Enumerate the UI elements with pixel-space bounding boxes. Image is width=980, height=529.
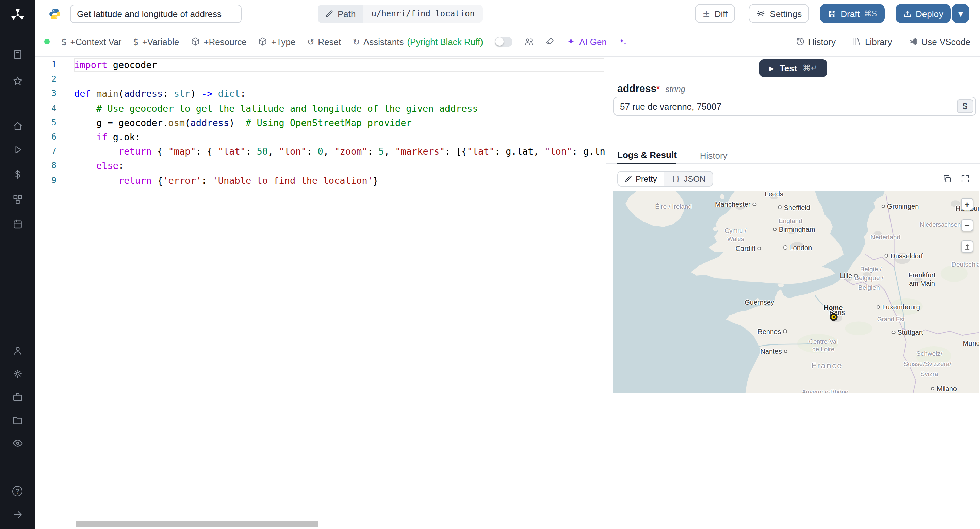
code-line[interactable]: 2 xyxy=(35,72,606,86)
sidebar: ? xyxy=(0,0,35,529)
play-icon[interactable] xyxy=(0,144,35,155)
add-resource-button[interactable]: +Resource xyxy=(191,37,247,47)
draft-button[interactable]: Draft ⌘S xyxy=(820,4,885,23)
horizontal-scrollbar[interactable] xyxy=(76,521,318,527)
tab-logs-result[interactable]: Logs & Result xyxy=(617,147,677,164)
marker-home-label: Home xyxy=(824,304,843,311)
gear-icon[interactable] xyxy=(0,368,35,379)
windmill-logo-icon[interactable] xyxy=(0,8,35,22)
use-vscode-button[interactable]: Use VScode xyxy=(908,37,970,47)
path-chip: Path xyxy=(318,5,363,23)
map-label: Birmingham xyxy=(773,226,815,233)
calendar-icon[interactable] xyxy=(0,218,35,229)
result-map[interactable]: LeedsÉire / IrelandManchesterSheffieldGr… xyxy=(613,191,978,393)
ai-gen-button[interactable]: AI Gen xyxy=(566,37,607,47)
settings-button[interactable]: Settings xyxy=(749,4,809,23)
boxes-icon[interactable] xyxy=(0,194,35,205)
collapse-arrow-icon[interactable] xyxy=(0,509,35,520)
diff-button[interactable]: ± Diff xyxy=(695,4,735,23)
diff-icon: ± xyxy=(702,9,710,18)
sync-status-dot xyxy=(44,39,50,44)
code-line[interactable]: 1import geocoder xyxy=(35,58,606,72)
zoom-out-button[interactable]: − xyxy=(961,219,973,231)
briefcase-icon[interactable] xyxy=(0,392,35,402)
code-lines: 1import geocoder23def main(address: str)… xyxy=(35,57,606,188)
code-line[interactable]: 8 else: xyxy=(35,159,606,173)
format-brush-icon[interactable] xyxy=(545,37,555,46)
map-label: Luxembourg xyxy=(877,303,920,311)
map-label: Nantes xyxy=(760,348,788,355)
star-icon[interactable] xyxy=(0,76,35,86)
deploy-split-button: Deploy ▾ xyxy=(895,4,969,23)
map-controls: + − xyxy=(961,198,973,253)
map-label: München xyxy=(963,340,978,347)
map-label: de Loire xyxy=(812,346,834,353)
user-icon[interactable] xyxy=(0,345,35,356)
sparkles-icon[interactable] xyxy=(618,37,628,46)
map-label: am Main xyxy=(909,279,935,287)
code-line[interactable]: 3def main(address: str) -> dict: xyxy=(35,87,606,101)
tab-history[interactable]: History xyxy=(700,147,727,164)
pretty-toggle[interactable]: Pretty xyxy=(618,172,665,186)
zoom-in-button[interactable]: + xyxy=(961,198,973,210)
map-label: Stuttgart xyxy=(891,328,923,336)
arg-label: address* string xyxy=(617,82,685,94)
app: ? Path u/henri/find_location ± Diff xyxy=(0,0,980,529)
deploy-more-button[interactable]: ▾ xyxy=(952,4,969,23)
help-icon[interactable]: ? xyxy=(0,486,35,496)
add-variable-button[interactable]: $ +Variable xyxy=(133,37,179,47)
code-editor[interactable]: 1import geocoder23def main(address: str)… xyxy=(35,57,606,529)
topbar: Path u/henri/find_location ± Diff Settin… xyxy=(35,0,980,27)
code-line[interactable]: 7 return { "map": { "lat": 50, "lon": 0,… xyxy=(35,144,606,159)
folder-icon[interactable] xyxy=(0,414,35,425)
map-label: Leeds xyxy=(765,191,783,198)
multiplayer-users-icon[interactable] xyxy=(524,37,533,46)
play-icon: ▶ xyxy=(769,64,774,72)
book-icon[interactable] xyxy=(0,49,35,60)
test-shortcut: ⌘↵ xyxy=(802,63,817,73)
add-type-button[interactable]: +Type xyxy=(258,37,296,47)
reset-button[interactable]: ↺ Reset xyxy=(307,37,341,47)
map-label: Niedersachsen xyxy=(920,221,961,228)
run-panel: ▶ Test ⌘↵ address* string $ Logs & Resul… xyxy=(606,57,980,529)
path-value: u/henri/find_location xyxy=(363,9,483,18)
add-context-var-button[interactable]: $ +Context Var xyxy=(61,37,121,47)
code-line[interactable]: 6 if g.ok: xyxy=(35,130,606,144)
code-line[interactable]: 5 g = geocoder.osm(address) # Using Open… xyxy=(35,116,606,130)
script-title-input[interactable] xyxy=(70,5,242,23)
map-label: Nederland xyxy=(870,233,900,240)
home-icon[interactable] xyxy=(0,121,35,131)
arg-name: address xyxy=(617,82,656,94)
insert-variable-button[interactable]: $ xyxy=(957,99,973,113)
deploy-button[interactable]: Deploy xyxy=(895,4,951,23)
json-toggle[interactable]: {} JSON xyxy=(665,172,713,186)
toolbar-right: History Library Use VScode xyxy=(795,37,970,47)
copy-icon[interactable] xyxy=(942,174,952,184)
topbar-actions: ± Diff Settings Draft ⌘S Deploy xyxy=(695,4,975,23)
history-button[interactable]: History xyxy=(795,37,836,47)
map-label: Svizra xyxy=(920,370,939,378)
multiplayer-toggle[interactable] xyxy=(495,37,512,47)
python-icon xyxy=(48,7,61,20)
dollar-icon[interactable] xyxy=(0,169,35,180)
braces-icon: {} xyxy=(671,174,681,183)
map-land-britain xyxy=(691,191,843,284)
code-line[interactable]: 4 # Use geocoder to get the latitude and… xyxy=(35,101,606,115)
locate-share-button[interactable] xyxy=(961,240,973,253)
address-input[interactable] xyxy=(613,97,976,116)
home-marker[interactable] xyxy=(830,313,838,324)
test-button[interactable]: ▶ Test ⌘↵ xyxy=(759,59,827,77)
map-label: Groningen xyxy=(881,202,919,210)
pencil-icon xyxy=(325,10,334,18)
map-label: Guernsey xyxy=(745,298,774,306)
map-label: Sheffield xyxy=(778,204,810,211)
library-button[interactable]: Library xyxy=(852,37,892,47)
map-label: Manchester xyxy=(715,201,756,208)
eye-icon[interactable] xyxy=(0,438,35,449)
expand-icon[interactable] xyxy=(960,174,970,184)
map-label: België / xyxy=(860,265,881,272)
refresh-icon: ↻ xyxy=(353,37,360,47)
code-line[interactable]: 9 return {'error': 'Unable to find the l… xyxy=(35,173,606,188)
assistants-button[interactable]: ↻ Assistants (Pyright Black Ruff) xyxy=(353,37,483,47)
path-field[interactable]: Path u/henri/find_location xyxy=(318,5,483,23)
